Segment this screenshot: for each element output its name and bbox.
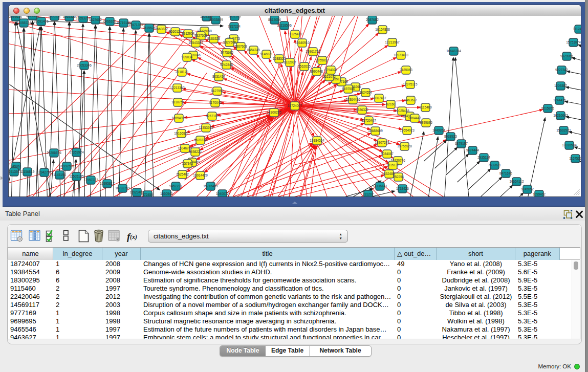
svg-text:7663822: 7663822 xyxy=(155,27,168,31)
svg-text:6466160: 6466160 xyxy=(103,19,116,23)
svg-text:1527602: 1527602 xyxy=(89,18,102,21)
svg-text:7625402: 7625402 xyxy=(176,172,189,176)
svg-text:9146821: 9146821 xyxy=(260,52,273,56)
svg-text:9115460: 9115460 xyxy=(419,105,432,109)
svg-text:20691406: 20691406 xyxy=(34,19,49,23)
svg-text:2087682: 2087682 xyxy=(366,18,379,21)
svg-text:10654112: 10654112 xyxy=(509,180,524,183)
svg-text:16961758: 16961758 xyxy=(306,50,320,53)
svg-text:1805532: 1805532 xyxy=(48,16,61,18)
svg-text:10973493: 10973493 xyxy=(394,53,408,57)
svg-text:8322037: 8322037 xyxy=(284,60,296,64)
svg-text:16154838: 16154838 xyxy=(375,28,390,31)
svg-text:62160: 62160 xyxy=(386,102,395,106)
svg-text:1112489: 1112489 xyxy=(573,27,580,31)
svg-text:8813054: 8813054 xyxy=(268,18,281,21)
svg-text:18724007: 18724007 xyxy=(287,104,302,107)
svg-text:9327505: 9327505 xyxy=(194,34,207,37)
svg-text:7485063: 7485063 xyxy=(400,68,412,72)
svg-text:17359924: 17359924 xyxy=(69,150,84,154)
svg-text:1145194: 1145194 xyxy=(53,173,66,177)
svg-text:10543382: 10543382 xyxy=(188,41,203,45)
svg-text:1588520: 1588520 xyxy=(273,57,286,60)
svg-text:972450: 972450 xyxy=(142,193,153,196)
svg-text:1615132: 1615132 xyxy=(386,163,399,167)
svg-text:11156819: 11156819 xyxy=(20,170,34,173)
svg-text:1831305: 1831305 xyxy=(228,16,241,18)
svg-text:12213363: 12213363 xyxy=(170,86,185,90)
svg-text:15751074: 15751074 xyxy=(566,40,581,44)
svg-text:11353594: 11353594 xyxy=(199,126,213,129)
svg-text:14136141: 14136141 xyxy=(373,184,387,188)
svg-text:9327508: 9327508 xyxy=(223,40,236,44)
svg-text:17957223: 17957223 xyxy=(83,178,98,182)
svg-text:8215955: 8215955 xyxy=(541,106,554,110)
svg-text:20997588: 20997588 xyxy=(59,164,74,168)
svg-text:16671355: 16671355 xyxy=(128,23,143,27)
svg-text:1167533: 1167533 xyxy=(569,157,581,160)
svg-text:6794028: 6794028 xyxy=(324,68,337,72)
svg-text:9463627: 9463627 xyxy=(404,98,417,102)
svg-text:8912954: 8912954 xyxy=(182,32,194,35)
svg-text:252254: 252254 xyxy=(393,175,404,179)
svg-text:14055724: 14055724 xyxy=(16,21,31,25)
svg-text:1209387: 1209387 xyxy=(554,84,567,87)
svg-text:19384554: 19384554 xyxy=(310,139,324,142)
svg-text:19756928: 19756928 xyxy=(397,144,412,148)
svg-text:7515526: 7515526 xyxy=(143,26,156,30)
svg-text:1244415: 1244415 xyxy=(553,98,566,102)
svg-text:11325419: 11325419 xyxy=(288,32,302,36)
svg-text:9245652: 9245652 xyxy=(521,187,534,191)
svg-text:8267110: 8267110 xyxy=(206,114,219,118)
svg-text:1440954: 1440954 xyxy=(432,128,445,132)
svg-text:9474444: 9474444 xyxy=(466,148,479,152)
svg-text:2718170: 2718170 xyxy=(176,70,188,74)
svg-text:2935114: 2935114 xyxy=(477,156,490,159)
svg-text:16210643: 16210643 xyxy=(553,114,568,117)
svg-text:16782759: 16782759 xyxy=(115,186,130,190)
svg-text:1099462: 1099462 xyxy=(533,192,546,196)
svg-text:8938923: 8938923 xyxy=(444,135,457,138)
svg-text:1810755: 1810755 xyxy=(171,100,184,104)
svg-text:7357224: 7357224 xyxy=(228,25,241,28)
svg-text:5498222: 5498222 xyxy=(189,150,202,154)
svg-text:8475685: 8475685 xyxy=(221,51,233,54)
svg-text:12505135: 12505135 xyxy=(69,174,84,178)
svg-text:8660124: 8660124 xyxy=(169,30,182,33)
svg-text:9864447: 9864447 xyxy=(408,116,421,120)
svg-text:12942757: 12942757 xyxy=(37,170,52,174)
svg-text:291394: 291394 xyxy=(9,170,20,173)
svg-text:9457791: 9457791 xyxy=(169,184,182,188)
svg-text:15640910: 15640910 xyxy=(295,41,310,45)
svg-text:10807487: 10807487 xyxy=(372,96,386,100)
svg-text:20053346: 20053346 xyxy=(77,63,92,67)
svg-text:1650941: 1650941 xyxy=(160,192,173,195)
svg-text:19654923: 19654923 xyxy=(400,128,415,132)
svg-text:1562615: 1562615 xyxy=(298,64,311,68)
svg-text:157342: 157342 xyxy=(182,162,193,165)
svg-text:989034: 989034 xyxy=(181,55,192,59)
svg-text:19166827: 19166827 xyxy=(174,132,189,135)
svg-text:15716485: 15716485 xyxy=(203,184,218,188)
svg-text:9242848: 9242848 xyxy=(220,63,233,67)
svg-text:15720407: 15720407 xyxy=(361,119,376,122)
svg-text:9084067: 9084067 xyxy=(381,152,394,156)
svg-text:20364436: 20364436 xyxy=(345,98,360,101)
svg-text:16046786: 16046786 xyxy=(178,146,192,150)
svg-text:731202: 731202 xyxy=(362,192,374,196)
svg-text:7955812: 7955812 xyxy=(316,58,329,62)
svg-text:6497508: 6497508 xyxy=(342,87,355,91)
svg-text:1040072: 1040072 xyxy=(216,192,229,195)
svg-text:8186328: 8186328 xyxy=(207,37,220,40)
svg-text:16995817: 16995817 xyxy=(100,182,115,185)
svg-text:8678334: 8678334 xyxy=(194,138,207,142)
svg-text:8990448: 8990448 xyxy=(310,70,323,73)
svg-text:16914429: 16914429 xyxy=(193,173,208,177)
svg-text:15692971: 15692971 xyxy=(556,128,571,132)
svg-text:12975115: 12975115 xyxy=(403,82,417,86)
svg-text:1733426: 1733426 xyxy=(396,187,409,190)
svg-text:2867608: 2867608 xyxy=(234,45,247,48)
svg-text:1621072: 1621072 xyxy=(323,75,336,78)
svg-text:8454749: 8454749 xyxy=(247,48,260,52)
svg-text:8427552: 8427552 xyxy=(211,89,224,93)
